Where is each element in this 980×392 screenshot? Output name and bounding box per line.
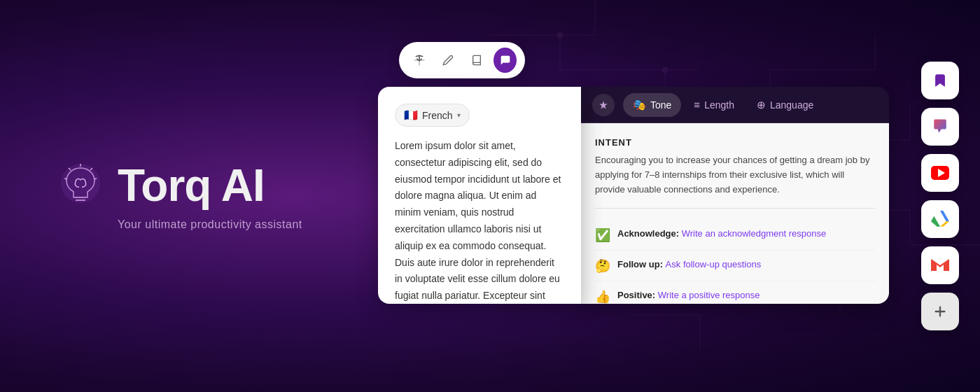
tab-tone[interactable]: 🎭 Tone <box>623 93 681 117</box>
followup-text: Follow up: Ask follow-up questions <box>617 258 761 272</box>
svg-marker-17 <box>937 211 949 221</box>
intent-text: Encouraging you to increase your chances… <box>595 153 875 197</box>
ai-panel-tabs: 🎭 Tone ≡ Length ⊕ Language <box>581 87 889 123</box>
tone-icon: 🎭 <box>633 99 646 111</box>
positive-text: Positive: Write a positive response <box>617 288 760 302</box>
panels-row: 🇫🇷 French ▾ Lorem ipsum dolor sit amet, … <box>378 87 889 304</box>
book-button[interactable] <box>465 48 488 73</box>
length-icon: ≡ <box>694 99 700 111</box>
tab-language-label: Language <box>770 99 813 111</box>
tab-length[interactable]: ≡ Length <box>684 93 744 116</box>
svg-point-0 <box>557 32 563 38</box>
edit-button[interactable] <box>436 48 459 73</box>
suggestions-list: ✅ Acknowledge: Write an acknowledgment r… <box>595 220 875 304</box>
tab-language[interactable]: ⊕ Language <box>747 93 823 117</box>
ai-content: INTENT Encouraging you to increase your … <box>581 123 889 304</box>
chevron-down-icon: ▾ <box>457 111 461 119</box>
magic-icon <box>592 94 615 116</box>
svg-marker-18 <box>931 216 940 227</box>
add-button[interactable] <box>921 293 959 330</box>
language-name: French <box>422 110 453 121</box>
chat-bubble-icon <box>930 117 950 136</box>
app-title: Torq AI <box>118 163 265 208</box>
suggestion-followup[interactable]: 🤔 Follow up: Ask follow-up questions <box>595 251 875 281</box>
gmail-icon <box>931 258 949 272</box>
intent-section: INTENT Encouraging you to increase your … <box>595 137 875 209</box>
svg-line-12 <box>94 178 97 179</box>
google-drive-icon <box>931 211 949 227</box>
language-flag: 🇫🇷 <box>404 108 418 122</box>
language-icon: ⊕ <box>757 99 766 111</box>
tab-tone-label: Tone <box>650 99 671 111</box>
lorem-content: Lorem ipsum dolor sit amet, consectetur … <box>395 138 564 304</box>
positive-emoji: 👍 <box>595 289 610 304</box>
acknowledge-emoji: ✅ <box>595 227 610 243</box>
google-drive-button[interactable] <box>921 200 959 238</box>
youtube-button[interactable] <box>921 154 959 192</box>
toolbar <box>399 42 525 78</box>
chat-button[interactable] <box>493 48 517 73</box>
translate-button[interactable] <box>407 48 430 73</box>
acknowledge-text: Acknowledge: Write an acknowledgment res… <box>617 227 826 241</box>
suggestion-acknowledge[interactable]: ✅ Acknowledge: Write an acknowledgment r… <box>595 220 875 251</box>
svg-marker-19 <box>940 221 949 227</box>
suggestion-positive[interactable]: 👍 Positive: Write a positive response <box>595 281 875 304</box>
app-tagline: Your ultimate productivity assistant <box>118 218 302 231</box>
bookmark-icon <box>932 73 948 88</box>
bookmark-button[interactable] <box>921 62 959 99</box>
branding-section: Torq AI Your ultimate productivity assis… <box>56 161 302 231</box>
plus-icon <box>932 304 948 319</box>
intent-label: INTENT <box>595 137 875 148</box>
svg-line-14 <box>64 178 67 179</box>
logo-row: Torq AI <box>56 161 265 210</box>
ui-demo-area: 🇫🇷 French ▾ Lorem ipsum dolor sit amet, … <box>378 42 889 304</box>
text-panel: 🇫🇷 French ▾ Lorem ipsum dolor sit amet, … <box>378 87 581 304</box>
language-selector[interactable]: 🇫🇷 French ▾ <box>395 104 470 127</box>
ai-panel: 🎭 Tone ≡ Length ⊕ Language INTENT Encour… <box>581 87 889 304</box>
gmail-button[interactable] <box>921 246 959 284</box>
youtube-icon <box>931 166 949 180</box>
tab-length-label: Length <box>704 99 734 111</box>
logo-icon <box>56 161 105 210</box>
right-sidebar <box>921 62 959 330</box>
followup-emoji: 🤔 <box>595 258 610 274</box>
chat-bubble-button[interactable] <box>921 108 959 146</box>
